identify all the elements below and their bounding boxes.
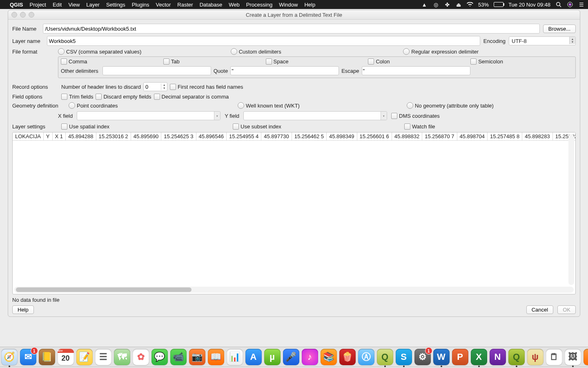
dock-app-notes[interactable]: 📝 — [76, 349, 93, 365]
check-colon[interactable]: Colon — [368, 58, 470, 65]
escape-input[interactable] — [362, 66, 470, 75]
combo-arrows-icon: ▾ — [214, 112, 220, 120]
menu-vector[interactable]: Vector — [156, 2, 171, 8]
dock-app-keynote[interactable]: 🎤 — [283, 349, 299, 365]
dock-app-word[interactable]: W — [433, 349, 450, 365]
menu-project[interactable]: Project — [30, 2, 46, 8]
check-discard-empty[interactable]: Discard empty fields — [96, 94, 151, 100]
check-first-record-field-names[interactable]: First record has field names — [170, 84, 243, 90]
check-comma[interactable]: Comma — [61, 58, 163, 65]
radio-no-geometry[interactable]: No geometry (attribute only table) — [407, 102, 576, 109]
layer-name-input[interactable] — [47, 36, 480, 46]
dock-app-notes2[interactable]: 🗒 — [546, 349, 562, 365]
dock-app-qgis2[interactable]: Q — [377, 349, 393, 365]
menu-plugins[interactable]: Plugins — [132, 2, 149, 8]
radio-csv[interactable]: CSV (comma separated values) — [58, 48, 231, 55]
dock-app-powerpoint[interactable]: P — [452, 349, 468, 365]
checkbox-icon — [61, 58, 67, 65]
radio-icon — [407, 102, 413, 109]
battery-pct[interactable]: 53% — [478, 2, 489, 8]
check-space[interactable]: Space — [266, 58, 368, 65]
dock-app-skype[interactable]: S — [396, 349, 412, 365]
dock-app-popcorn[interactable]: 🍿 — [339, 349, 356, 365]
dock-app-settings[interactable]: ⚙1 — [414, 349, 431, 365]
app-name[interactable]: QGIS — [10, 2, 23, 8]
dock-app-messages[interactable]: 💬 — [151, 349, 168, 365]
checkbox-icon — [266, 58, 272, 65]
dock-app-contacts[interactable]: 📒 — [39, 349, 55, 365]
spotlight-icon[interactable] — [555, 1, 562, 8]
dock-app-pspp[interactable]: ψ — [527, 349, 543, 365]
dock-app-mail[interactable]: ✉1 — [20, 349, 36, 365]
header-discard-value[interactable] — [144, 83, 161, 90]
menu-settings[interactable]: Settings — [106, 2, 125, 8]
cloud-tray-icon[interactable]: ◎ — [432, 1, 439, 8]
check-watch-file[interactable]: Watch file — [404, 123, 576, 130]
dock-app-ibooks2[interactable]: 📚 — [321, 349, 337, 365]
dock-app-vlc[interactable]: ▲ — [584, 349, 588, 365]
dock-app-qgis3[interactable]: Q — [508, 349, 525, 365]
dock-app-ibooks[interactable]: 📖 — [208, 349, 224, 365]
dock-app-appstore2[interactable]: Ⓐ — [358, 349, 374, 365]
vlc-tray-icon[interactable]: ▲ — [421, 1, 428, 8]
menu-help[interactable]: Help — [304, 2, 315, 8]
check-tab[interactable]: Tab — [163, 58, 266, 65]
y-field-combo[interactable]: ▾ — [243, 111, 387, 120]
scrollbar-thumb[interactable] — [16, 287, 192, 292]
radio-regex-delimiter[interactable]: Regular expression delimiter — [403, 48, 576, 55]
check-dms-coordinates[interactable]: DMS coordinates — [391, 113, 440, 119]
radio-point-coordinates[interactable]: Point coordinates — [69, 102, 238, 109]
check-subset-index[interactable]: Use subset index — [233, 123, 404, 130]
menu-web[interactable]: Web — [229, 2, 240, 8]
field-options-label: Field options — [12, 94, 58, 100]
menu-layer[interactable]: Layer — [86, 2, 100, 8]
dock-app-preview[interactable]: 🖼 — [565, 349, 581, 365]
quote-input[interactable] — [230, 66, 339, 75]
wifi-tray-icon[interactable] — [467, 1, 473, 8]
menu-processing[interactable]: Processing — [246, 2, 272, 8]
checkbox-icon — [61, 94, 67, 100]
dock-app-photos[interactable]: ✿ — [133, 349, 149, 365]
dock-app-itunes[interactable]: ♪ — [302, 349, 318, 365]
cancel-button[interactable]: Cancel — [526, 305, 553, 314]
spinner-arrows-icon[interactable]: ▲▼ — [161, 83, 167, 90]
x-field-combo[interactable]: ▾ — [77, 111, 220, 120]
dock-app-photobooth[interactable]: 📷 — [189, 349, 205, 365]
file-name-input[interactable] — [43, 24, 540, 34]
vertical-scrollbar[interactable] — [568, 134, 574, 285]
dock-app-utorrent[interactable]: µ — [264, 349, 281, 365]
dock-app-facetime[interactable]: 📹 — [170, 349, 187, 365]
dock-app-maps[interactable]: 🗺 — [114, 349, 130, 365]
menu-raster[interactable]: Raster — [177, 2, 193, 8]
dock-app-calendar[interactable]: NOV20 — [58, 349, 74, 365]
dock-app-onenote[interactable]: N — [490, 349, 506, 365]
package-tray-icon[interactable]: ⏏ — [455, 1, 462, 8]
menu-database[interactable]: Database — [200, 2, 223, 8]
control-center-icon[interactable]: ☰ — [578, 1, 585, 8]
check-spatial-index[interactable]: Use spatial index — [61, 123, 233, 130]
dock-app-numbers[interactable]: 📊 — [227, 349, 243, 365]
clock[interactable]: Tue 20 Nov 09:48 — [508, 2, 550, 8]
battery-icon[interactable] — [494, 2, 503, 7]
dropbox-tray-icon[interactable]: ✤ — [444, 1, 450, 8]
dock-app-excel[interactable]: X — [471, 349, 487, 365]
header-discard-spinner[interactable]: ▲▼ — [143, 82, 167, 91]
menu-window[interactable]: Window — [279, 2, 298, 8]
radio-wkt[interactable]: Well known text (WKT) — [238, 102, 407, 109]
ok-button[interactable]: OK — [557, 305, 576, 314]
horizontal-scrollbar[interactable] — [14, 287, 574, 293]
dock-app-reminders[interactable]: ☰ — [95, 349, 111, 365]
browse-button[interactable]: Browse... — [543, 25, 576, 33]
encoding-combo[interactable]: UTF-8 ▲▼ — [509, 36, 576, 45]
menu-edit[interactable]: Edit — [53, 2, 62, 8]
menu-view[interactable]: View — [68, 2, 80, 8]
dock-app-appstore[interactable]: A — [245, 349, 262, 365]
check-trim-fields[interactable]: Trim fields — [61, 94, 93, 100]
dock-app-safari[interactable]: 🧭 — [1, 349, 18, 365]
check-decimal-comma[interactable]: Decimal separator is comma — [154, 94, 229, 100]
other-delimiters-input[interactable] — [102, 66, 211, 75]
siri-icon[interactable] — [567, 1, 573, 8]
radio-custom-delimiters[interactable]: Custom delimiters — [231, 48, 403, 55]
help-button[interactable]: Help — [12, 305, 34, 314]
check-semicolon[interactable]: Semicolon — [470, 58, 573, 65]
